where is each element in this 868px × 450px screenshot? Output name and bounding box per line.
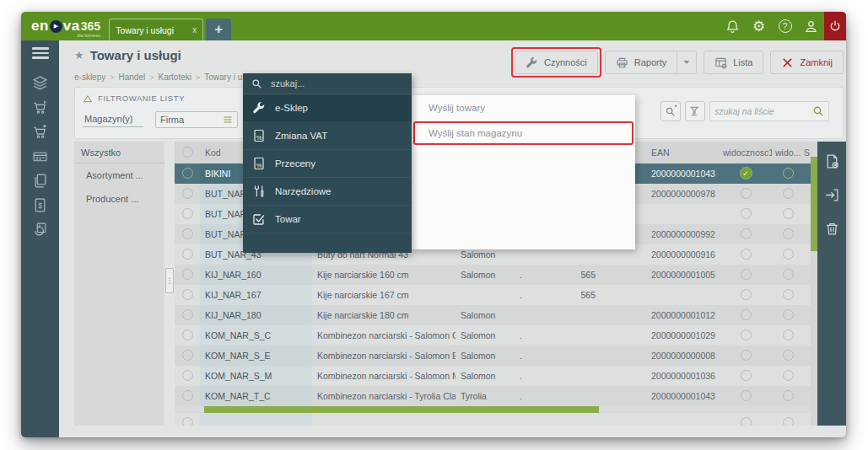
visibility2-toggle[interactable] [772,265,804,285]
user-button[interactable] [798,12,824,40]
lista-button[interactable]: Lista [704,51,763,74]
row-radio[interactable] [175,224,200,244]
row-radio[interactable] [175,265,200,285]
horizontal-scrollbar[interactable] [175,406,811,413]
visibility2-toggle[interactable] [772,163,804,184]
row-radio[interactable] [175,386,200,406]
favorite-star-icon[interactable]: ★ [74,49,84,62]
list-search-input[interactable] [714,106,809,116]
submenu-item-wyslij-stan-magazynu[interactable]: Wyślij stan magazynu [412,121,635,146]
menu-item-przeceny[interactable]: % Przeceny [243,150,412,178]
row-radio[interactable] [175,325,200,346]
splitter-handle[interactable]: ⋮ [165,268,174,293]
advanced-search-button[interactable]: * [660,101,681,121]
table-row[interactable]: KIJ_NAR_160 Kije narciarskie 160 cm Salo… [175,265,811,285]
zamknij-button[interactable]: Zamknij [770,51,844,74]
visibility1-toggle[interactable] [720,413,772,426]
notifications-button[interactable] [720,12,746,40]
main-menu-button[interactable] [21,40,59,66]
visibility2-toggle[interactable] [772,204,804,224]
delete-record-button[interactable] [821,217,844,241]
open-record-button[interactable] [821,184,844,207]
visibility2-toggle[interactable] [772,386,804,406]
breadcrumb-item[interactable]: Handel [119,72,146,82]
visibility2-toggle[interactable] [772,285,804,305]
visibility2-toggle[interactable] [772,366,804,386]
row-radio[interactable] [175,244,200,265]
visibility1-toggle[interactable] [720,244,772,265]
horizontal-scrollbar-thumb[interactable] [204,406,599,413]
menu-item-zmiana-vat[interactable]: % Zmiana VAT [243,122,412,150]
filter-list-button[interactable] [685,101,705,121]
tree-root[interactable]: Wszystko [74,142,164,163]
vertical-scrollbar-thumb[interactable] [811,157,817,251]
sidebar-item-cash-register[interactable] [21,144,59,169]
row-radio[interactable] [175,184,200,204]
table-row[interactable]: KOM_NAR_S_M Kombinezon narciarski - Salo… [175,366,811,386]
row-radio[interactable] [175,346,200,366]
visibility2-toggle[interactable] [772,305,804,325]
tab-towary-i-uslugi[interactable]: Towary i usługi x [109,19,203,40]
visibility2-toggle[interactable] [772,184,804,204]
sidebar-item-purchases[interactable] [21,120,59,144]
row-radio[interactable] [175,413,200,426]
visibility1-toggle[interactable] [720,346,772,366]
breadcrumb-item[interactable]: Kartoteki [158,72,191,82]
sidebar-item-modules[interactable] [21,71,59,95]
new-record-button[interactable] [821,150,844,174]
menu-search[interactable]: szukaj... [243,73,412,94]
new-tab-button[interactable]: + [206,19,231,40]
visibility1-toggle[interactable] [720,265,772,285]
visibility1-toggle[interactable] [720,224,772,244]
menu-item-towar[interactable]: Towar [243,206,412,233]
visibility1-toggle[interactable]: ✓ [720,163,772,184]
col-header-ean[interactable]: EAN [646,142,720,163]
table-row[interactable]: KIJ_NAR_180 Kije narciarskie 180 cm Salo… [175,305,811,325]
settings-button[interactable]: ⚙ [746,12,772,40]
raporty-button[interactable]: Raporty [605,51,678,74]
visibility2-toggle[interactable] [772,346,804,366]
table-row[interactable]: KOM_NAR_S_E Kombinezon narciarski - Salo… [175,346,811,366]
visibility2-toggle[interactable] [772,224,804,244]
col-header-s[interactable]: S [804,142,811,163]
row-radio[interactable] [175,163,200,184]
row-radio[interactable] [175,204,200,224]
visibility1-toggle[interactable] [720,386,772,406]
visibility1-toggle[interactable] [720,305,772,325]
menu-item-narzedziowe[interactable]: Narzędziowe [243,178,412,206]
czynnosci-button[interactable]: Czynności [515,51,598,74]
visibility2-toggle[interactable] [772,325,804,346]
firma-select[interactable]: Firma [155,111,238,128]
visibility1-toggle[interactable] [720,366,772,386]
visibility1-toggle[interactable] [720,285,772,305]
table-row[interactable]: KIJ_NAR_167 Kije narciarskie 167 cm . 56… [175,285,811,305]
col-header-widocznosc1[interactable]: widocznosc1 [720,142,772,163]
logout-button[interactable] [824,12,846,40]
visibility2-toggle[interactable] [772,413,804,426]
visibility2-toggle[interactable] [772,244,804,265]
table-row[interactable]: KOM_NAR_T_C Kombinezon narciarski - Tyro… [175,386,811,406]
row-radio[interactable] [175,285,200,305]
breadcrumb-item[interactable]: e-sklepy [74,72,105,82]
raporty-dropdown-button[interactable] [677,51,697,74]
sidebar-item-sales[interactable] [21,95,59,120]
magazyn-filter[interactable]: Magazyn(y) [83,112,143,127]
sidebar-item-sync-documents[interactable] [21,217,59,242]
vertical-scrollbar[interactable] [811,142,817,426]
tree-item-producent[interactable]: Producent ... [74,187,164,211]
tree-item-asortyment[interactable]: Asortyment ... [74,163,164,187]
row-radio[interactable] [175,366,200,386]
table-row[interactable]: KOM_NAR_S_C Kombinezon narciarski - Salo… [175,325,811,346]
row-radio[interactable] [175,305,200,325]
visibility1-toggle[interactable] [720,204,772,224]
visibility1-toggle[interactable] [720,325,772,346]
tab-close-icon[interactable]: x [192,25,197,35]
sidebar-item-invoices[interactable]: $ [21,193,59,217]
menu-item-e-sklep[interactable]: e-Sklep [243,94,412,122]
visibility1-toggle[interactable] [720,184,772,204]
submenu-item-wyslij-towary[interactable]: Wyślij towary [412,95,635,121]
table-row-partial[interactable] [175,413,811,426]
sidebar-item-documents[interactable] [21,169,59,193]
help-button[interactable]: ? [772,12,798,40]
col-header-widocznosc2[interactable]: wido... [772,142,804,163]
